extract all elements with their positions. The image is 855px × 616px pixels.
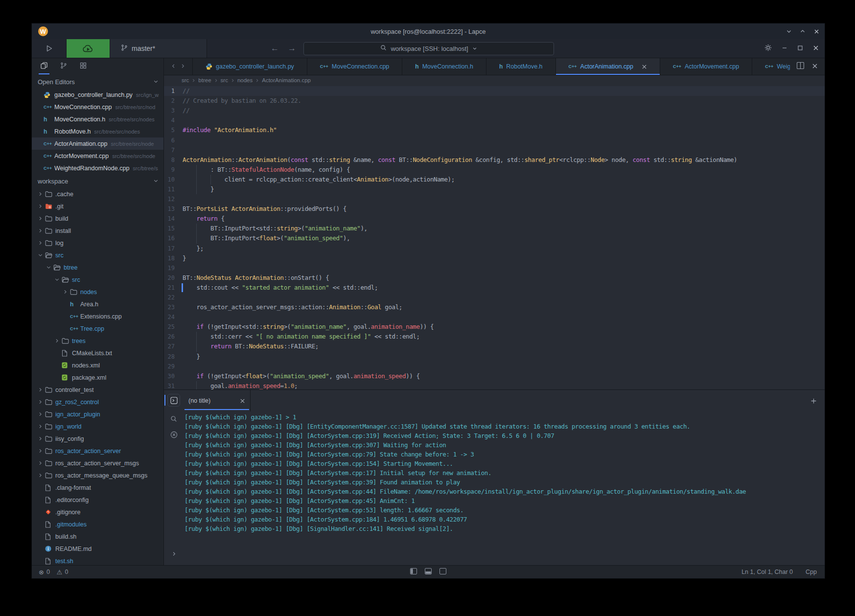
tree-item[interactable]: controller_test [32, 384, 163, 396]
terminal-output[interactable]: [ruby $(which ign) gazebo-1] > 1[ruby $(… [184, 411, 825, 565]
breadcrumb-item[interactable]: src [221, 77, 228, 83]
tree-item[interactable]: build [32, 212, 163, 225]
tree-item[interactable]: README.md [32, 543, 163, 555]
source-control-icon[interactable] [59, 60, 68, 73]
terminal-tab-close-icon[interactable] [240, 398, 245, 404]
app-close-icon[interactable] [813, 44, 819, 53]
tree-item[interactable]: ros_actor_action_server [32, 445, 163, 457]
tab-gazebo_controller_launch.py[interactable]: gazebo_controller_launch.py [193, 58, 307, 75]
nav-forward-icon[interactable]: → [288, 44, 296, 53]
tree-item[interactable]: ros_actor_message_queue_msgs [32, 469, 163, 481]
open-editor-item[interactable]: C++ActorAnimation.cppsrc/btree/src/node [32, 137, 163, 150]
tree-item[interactable]: .clang-format [32, 481, 163, 494]
run-button[interactable] [32, 39, 67, 58]
window-close-icon[interactable] [812, 27, 821, 36]
terminal-tab[interactable]: (no title) [184, 390, 251, 411]
tree-item[interactable]: btree [32, 261, 163, 274]
tree-item[interactable]: ign_world [32, 420, 163, 433]
nav-back-icon[interactable]: ← [271, 44, 279, 53]
git-branch-button[interactable]: master* [110, 39, 207, 58]
tree-item[interactable]: src [32, 274, 163, 286]
tree-item[interactable]: .gitmodules [32, 518, 163, 530]
tree-item[interactable]: iisy_config [32, 433, 163, 445]
breadcrumb-item[interactable]: src [182, 77, 189, 83]
code-token: ), [360, 225, 367, 232]
tree-item[interactable]: gz_ros2_control [32, 396, 163, 408]
tree-item[interactable]: ign_actor_plugin [32, 408, 163, 420]
new-terminal-icon[interactable] [810, 390, 817, 411]
tree-item[interactable]: .gitignore [32, 506, 163, 518]
open-editor-item[interactable]: C++MoveConnection.cppsrc/btree/src/nod [32, 101, 163, 113]
tab-RobotMove.h[interactable]: hRobotMove.h [486, 58, 556, 75]
tab-ActorAnimation.cpp[interactable]: C++ActorAnimation.cpp [556, 58, 660, 75]
tab-ActorMovement.cpp[interactable]: C++ActorMovement.cpp [660, 58, 752, 75]
tree-item[interactable]: hArea.h [32, 298, 163, 310]
window-shade-icon[interactable] [785, 27, 793, 36]
tree-item[interactable]: nodes.xml [32, 359, 163, 371]
tree-item[interactable]: .editorconfig [32, 494, 163, 506]
window-minimize-icon[interactable] [782, 44, 787, 53]
open-editor-item[interactable]: C++ActorMovement.cppsrc/btree/src/node [32, 150, 163, 162]
tree-item-label: .clang-format [55, 484, 91, 491]
tree-item[interactable]: .git [32, 200, 163, 212]
remote-connection-button[interactable] [67, 39, 110, 58]
tree-item[interactable]: .cache [32, 188, 163, 200]
tree-item[interactable]: install [32, 225, 163, 237]
code-token: )) { [420, 323, 434, 330]
tree-item[interactable]: test.sh [32, 555, 163, 565]
tab-close-icon[interactable] [642, 64, 647, 69]
breadcrumb-item[interactable]: btree [198, 77, 211, 83]
tree-item[interactable]: src [32, 249, 163, 261]
tree-item[interactable]: C++Tree.cpp [32, 322, 163, 335]
code-line: 9 : BT::StatefulActionNode(name, config)… [164, 165, 825, 175]
tab-MoveConnection.cpp[interactable]: C++MoveConnection.cpp [307, 58, 402, 75]
explorer-files-icon[interactable] [40, 60, 48, 73]
tree-item[interactable]: ros_actor_action_server_msgs [32, 457, 163, 469]
open-editor-item[interactable]: gazebo_controller_launch.pysrc/ign_w [32, 89, 163, 101]
language-mode[interactable]: Cpp [806, 569, 817, 575]
window-unshade-icon[interactable] [798, 27, 807, 36]
toggle-left-panel-icon[interactable] [410, 568, 417, 576]
file-icon [62, 350, 68, 357]
tree-item[interactable]: trees [32, 335, 163, 347]
tree-item[interactable]: build.sh [32, 530, 163, 543]
panel-search-icon[interactable] [170, 415, 177, 422]
code-token: << std::endl; [329, 284, 378, 291]
workspace-header[interactable]: workspace [32, 174, 163, 188]
tab-MoveConnection.h[interactable]: hMoveConnection.h [402, 58, 486, 75]
breadcrumb-item[interactable]: nodes [237, 77, 253, 83]
open-editor-path: src/btree/src/node [111, 141, 154, 147]
tree-item[interactable]: nodes [32, 286, 163, 298]
open-editor-item[interactable]: hRobotMove.hsrc/btree/src/nodes [32, 125, 163, 137]
panel-problems-icon[interactable] [170, 431, 178, 438]
tree-item[interactable]: log [32, 237, 163, 249]
open-editor-item[interactable]: hMoveConnection.hsrc/btree/src/nodes [32, 113, 163, 125]
open-editor-item[interactable]: C++WeightedRandomNode.cppsrc/btree/s [32, 162, 163, 174]
code-editor[interactable]: 1//2// Created by bastian on 26.03.22.3/… [164, 85, 825, 389]
command-palette[interactable]: workspace [SSH: localhost] [303, 42, 554, 55]
warning-count[interactable]: ⚠0 [57, 569, 69, 576]
terminal-panel-icon[interactable] [167, 394, 180, 407]
open-editors-header[interactable]: Open Editors [32, 75, 163, 89]
breadcrumb-item[interactable]: ActorAnimation.cpp [262, 77, 311, 83]
tree-item[interactable]: package.xml [32, 371, 163, 384]
toggle-right-panel-icon[interactable] [439, 568, 446, 576]
terminal-panel: (no title) [ruby $(which ign) gazebo-1] … [164, 389, 825, 565]
code-token: (!getInput< [204, 372, 246, 380]
toggle-bottom-panel-icon[interactable] [425, 568, 432, 576]
close-editor-icon[interactable] [812, 62, 818, 71]
settings-gear-icon[interactable] [764, 44, 772, 53]
window-maximize-icon[interactable] [797, 44, 803, 53]
extensions-grid-icon[interactable] [79, 60, 88, 73]
tree-item[interactable]: C++Extensions.cpp [32, 310, 163, 322]
panel-expand-icon[interactable] [171, 551, 177, 558]
tab-WeightedRa[interactable]: C++WeightedRa [752, 58, 790, 75]
cursor-position[interactable]: Ln 1, Col 1, Char 0 [741, 569, 793, 575]
tab-scroll-left-icon[interactable] [171, 62, 176, 71]
split-editor-icon[interactable] [797, 62, 804, 71]
tab-scroll-right-icon[interactable] [180, 62, 185, 71]
tree-item[interactable]: CMakeLists.txt [32, 347, 163, 359]
code-token: ::onStart() { [284, 274, 329, 281]
code-line: 12 [164, 194, 825, 204]
error-count[interactable]: ⊗0 [39, 569, 50, 576]
